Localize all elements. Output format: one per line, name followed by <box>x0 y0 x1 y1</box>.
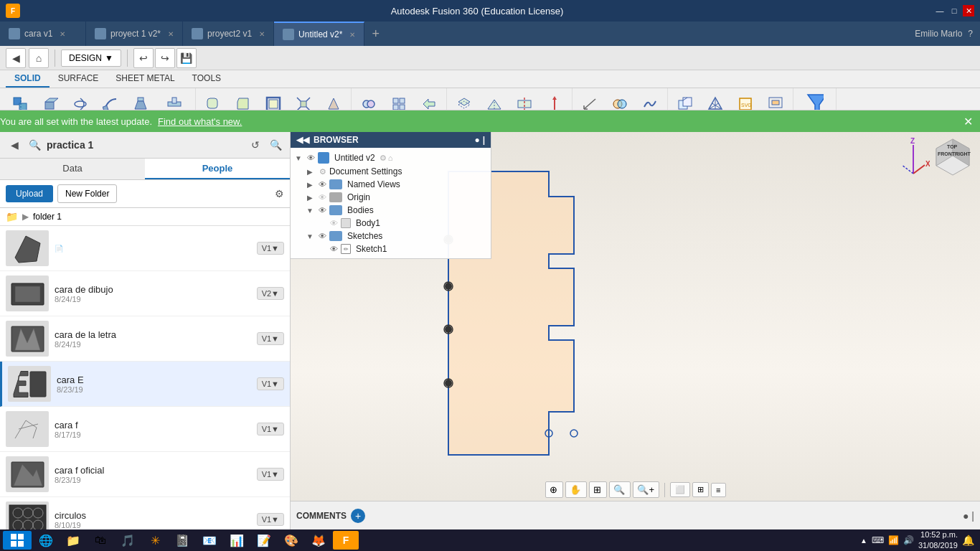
redo-button[interactable]: ↪ <box>155 48 175 68</box>
version-badge[interactable]: V1▼ <box>257 242 284 255</box>
version-badge[interactable]: V1▼ <box>257 513 284 526</box>
expand-arrow-icon[interactable]: ▶ <box>305 181 315 189</box>
taskbar-app-groove[interactable]: 🎵 <box>115 531 141 550</box>
curvature-button[interactable] <box>636 90 664 110</box>
list-item[interactable]: cara de la letra 8/24/19 V1▼ <box>0 316 290 362</box>
tab-add-button[interactable]: + <box>364 22 387 46</box>
visibility-eye-icon[interactable]: 👁 <box>316 193 328 202</box>
tab-untitled-v2[interactable]: Untitled v2* ✕ <box>274 22 364 46</box>
taskbar-app-store[interactable]: 🛍 <box>88 531 113 550</box>
document-home-icon[interactable]: ⌂ <box>388 154 393 162</box>
tab-close-icon[interactable]: ✕ <box>259 30 265 38</box>
add-comment-button[interactable]: + <box>351 509 365 523</box>
visibility-eye-icon[interactable]: 👁 <box>305 154 316 162</box>
tree-root[interactable]: ▼ 👁 Untitled v2 ⚙ ⌂ <box>291 151 491 165</box>
select-filter-button[interactable] <box>797 90 833 110</box>
new-component-button[interactable] <box>6 90 34 110</box>
interference-button[interactable] <box>606 90 634 110</box>
nav-back-button[interactable]: ◀ <box>6 48 26 68</box>
offset-plane-button[interactable] <box>450 90 479 110</box>
tree-item-body1[interactable]: ▶ 👁 Body1 <box>291 217 491 230</box>
taskbar-app-onenote[interactable]: 📓 <box>169 531 195 550</box>
tab-surface[interactable]: SURFACE <box>50 70 108 88</box>
minimize-button[interactable]: — <box>934 5 946 17</box>
undo-button[interactable]: ↩ <box>133 48 154 68</box>
tab-close-icon[interactable]: ✕ <box>168 30 174 38</box>
tab-sheet-metal[interactable]: SHEET METAL <box>107 70 183 88</box>
upload-button[interactable]: Upload <box>6 185 53 202</box>
visibility-eye-icon[interactable]: 👁 <box>316 206 328 215</box>
version-badge[interactable]: V1▼ <box>257 332 284 345</box>
revolve-button[interactable] <box>66 90 95 110</box>
visibility-eye-icon[interactable]: 👁 <box>328 219 339 227</box>
extrude-button[interactable] <box>36 90 65 110</box>
list-item[interactable]: cara f 8/17/19 V1▼ <box>0 407 290 452</box>
update-close-button[interactable]: ✕ <box>963 115 973 128</box>
visibility-eye-icon[interactable]: 👁 <box>316 232 328 240</box>
collapse-arrow-icon[interactable]: ▼ <box>305 232 315 240</box>
orbit-button[interactable]: ⊕ <box>545 481 562 498</box>
taskbar-clock[interactable]: 10:52 p.m. 31/08/2019 <box>918 529 958 551</box>
tab-proyect2-v1[interactable]: proyect2 v1 ✕ <box>183 22 274 46</box>
list-item[interactable]: cara f oficial 8/23/19 V1▼ <box>0 452 290 497</box>
display-mode-button[interactable]: ⬜ <box>670 482 690 497</box>
version-badge[interactable]: V1▼ <box>257 377 284 390</box>
list-item[interactable]: 📄 V1▼ <box>0 226 290 271</box>
collapse-arrow-icon[interactable]: ▼ <box>293 154 303 162</box>
motion-button[interactable] <box>415 90 443 110</box>
zoom-button[interactable]: 🔍 <box>608 481 630 498</box>
taskbar-app-powerpoint[interactable]: 📊 <box>224 531 250 550</box>
visibility-eye-icon[interactable]: 👁 <box>328 245 339 253</box>
taskbar-app-outlook[interactable]: 📧 <box>197 531 222 550</box>
restore-button[interactable]: □ <box>948 5 960 17</box>
nav-home-button[interactable]: ⌂ <box>29 48 49 68</box>
visibility-eye-icon[interactable]: 👁 <box>316 180 328 189</box>
browser-collapse-icon[interactable]: ◀◀ <box>296 135 309 145</box>
tab-close-icon[interactable]: ✕ <box>349 31 355 39</box>
refresh-button[interactable]: ↺ <box>247 136 264 154</box>
taskbar-app-ie[interactable]: 🌐 <box>33 531 59 550</box>
new-folder-button[interactable]: New Folder <box>57 184 117 203</box>
insert-derive-button[interactable] <box>671 90 699 110</box>
nav-back-icon[interactable]: ◀ <box>6 136 23 154</box>
rigid-group-button[interactable] <box>385 90 413 110</box>
browser-hide-icon[interactable]: ● <box>474 135 479 145</box>
settings-icon[interactable]: ⚙ <box>275 188 284 199</box>
tab-people[interactable]: People <box>145 159 290 179</box>
tree-item-bodies[interactable]: ▼ 👁 Bodies <box>291 204 491 217</box>
comments-collapse-icon[interactable]: ● <box>963 510 969 522</box>
midplane-button[interactable] <box>510 90 539 110</box>
taskbar-app-word[interactable]: 📝 <box>251 531 277 550</box>
tree-item-named-views[interactable]: ▶ 👁 Named Views <box>291 178 491 191</box>
version-badge[interactable]: V1▼ <box>257 468 284 481</box>
scale-button[interactable] <box>289 90 318 110</box>
taskbar-app-firefox[interactable]: 🦊 <box>306 531 331 550</box>
expand-arrow-icon[interactable]: ▶ <box>305 168 315 176</box>
sweep-button[interactable] <box>96 90 125 110</box>
document-settings-icon[interactable]: ⚙ <box>380 154 387 163</box>
tab-solid[interactable]: SOLID <box>6 70 50 88</box>
tree-item-doc-settings[interactable]: ▶ ⚙ Document Settings <box>291 165 491 178</box>
insert-svg-button[interactable]: SVG <box>731 90 760 110</box>
plane-angle-button[interactable] <box>480 90 509 110</box>
close-button[interactable]: ✕ <box>963 5 974 17</box>
shell-button[interactable] <box>259 90 288 110</box>
taskbar-app-pinwheel[interactable]: ✳ <box>142 531 168 550</box>
list-item[interactable]: cara de dibujo 8/24/19 V2▼ <box>0 271 290 316</box>
tab-proyect1-v2[interactable]: proyect 1 v2* ✕ <box>86 22 183 46</box>
taskbar-system-icons[interactable]: ▲ <box>860 537 867 545</box>
more-create-button[interactable] <box>156 90 192 110</box>
save-button[interactable]: 💾 <box>176 48 197 68</box>
fillet-button[interactable] <box>199 90 227 110</box>
cube-navigator[interactable]: FRONT RIGHT TOP <box>930 136 976 192</box>
search-button[interactable]: 🔍 <box>267 136 284 154</box>
notification-icon[interactable]: 🔔 <box>962 534 974 546</box>
taskbar-app-explorer[interactable]: 📁 <box>60 531 86 550</box>
pan-button[interactable]: ✋ <box>565 481 586 498</box>
taskbar-app-paint[interactable]: 🎨 <box>278 531 304 550</box>
tab-cara-v1[interactable]: cara v1 ✕ <box>0 22 86 46</box>
design-button[interactable]: DESIGN ▼ <box>61 50 121 67</box>
tree-item-sketches[interactable]: ▼ 👁 Sketches <box>291 230 491 242</box>
folder-nav-label[interactable]: folder 1 <box>33 212 62 222</box>
zoom-window-button[interactable]: 🔍+ <box>632 481 659 498</box>
